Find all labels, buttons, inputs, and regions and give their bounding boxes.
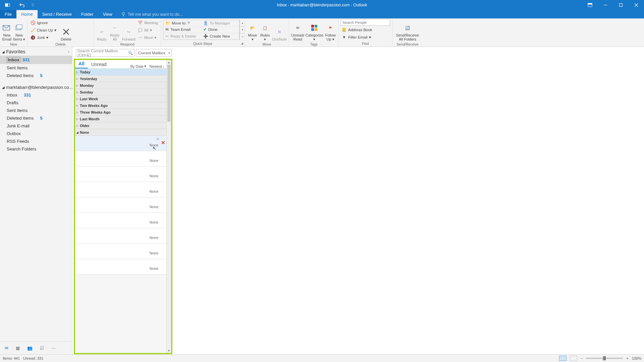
date-group-sunday[interactable]: ▷Sunday: [75, 89, 166, 96]
close-button[interactable]: [629, 0, 644, 10]
unread-read-button[interactable]: ✉Unread/ Read: [291, 19, 304, 41]
search-mailbox-input[interactable]: Search Current Mailbox (Ctrl+E) 🔍: [76, 49, 135, 57]
message-item[interactable]: None: [75, 151, 166, 167]
maximize-button[interactable]: [613, 0, 629, 10]
nav-sent[interactable]: Sent Items: [0, 107, 72, 114]
date-group-last-month[interactable]: ▷Last Month: [75, 116, 166, 122]
date-group-yesterday[interactable]: ▷Yesterday: [75, 75, 166, 82]
delete-message-icon[interactable]: ✕: [161, 140, 165, 146]
scroll-down-icon[interactable]: ▼: [167, 348, 171, 353]
nav-junk[interactable]: Junk E-mail: [0, 122, 72, 130]
view-reading-button[interactable]: [570, 356, 577, 361]
tab-send-receive[interactable]: Send / Receive: [38, 10, 76, 18]
im-button[interactable]: 💬IM ▾: [137, 27, 159, 34]
people-view-icon[interactable]: 👥: [27, 346, 33, 351]
more-views-icon[interactable]: ⋯: [51, 346, 56, 351]
nav-inbox-favorite[interactable]: Inbox 331: [0, 56, 72, 64]
view-normal-button[interactable]: [559, 356, 567, 361]
message-item[interactable]: ⚑ ✕ None ↖: [75, 136, 166, 151]
tell-me-input[interactable]: Tell me what you want to do...: [117, 10, 183, 18]
ribbon-display-options-icon[interactable]: [582, 0, 598, 10]
delete-button[interactable]: Delete: [58, 19, 74, 41]
follow-up-button[interactable]: ⚑Follow Up ▾: [324, 19, 336, 41]
zoom-out-button[interactable]: −: [581, 356, 583, 360]
nav-rss[interactable]: RSS Feeds: [0, 137, 72, 145]
zoom-slider[interactable]: [586, 358, 623, 359]
date-group-older[interactable]: ▷Older: [75, 122, 166, 129]
search-people-input[interactable]: [341, 19, 390, 26]
sort-by-button[interactable]: By Date ▾: [130, 64, 146, 68]
date-group-three-weeks[interactable]: ▷Three Weeks Ago: [75, 109, 166, 116]
message-item[interactable]: None: [75, 259, 166, 275]
clean-up-button[interactable]: 🧹Clean Up ▾: [30, 27, 57, 34]
scroll-thumb[interactable]: [167, 65, 170, 122]
tab-file[interactable]: File: [0, 10, 16, 18]
filter-all-tab[interactable]: All: [75, 60, 88, 68]
qs-create-new[interactable]: ➕Create New: [201, 33, 239, 40]
flag-icon[interactable]: ⚑: [156, 137, 160, 142]
message-item[interactable]: None: [75, 167, 166, 182]
search-icon[interactable]: 🔍: [128, 51, 133, 55]
reply-all-button[interactable]: ⤺Reply All: [109, 19, 121, 41]
tab-view[interactable]: View: [98, 10, 117, 18]
minimize-button[interactable]: [598, 0, 613, 10]
scroll-up-icon[interactable]: ▲: [167, 60, 171, 65]
qat-customize-icon[interactable]: [30, 0, 36, 10]
message-item[interactable]: None: [75, 228, 166, 244]
nav-inbox[interactable]: Inbox 331: [0, 91, 72, 99]
more-respond-button[interactable]: ⋯More ▾: [137, 34, 159, 41]
date-group-none[interactable]: ◢None: [75, 129, 166, 136]
date-group-monday[interactable]: ▷Monday: [75, 82, 166, 89]
rules-button[interactable]: 📋Rules▾: [259, 19, 270, 41]
qs-done[interactable]: ✔Done: [201, 26, 239, 33]
filter-unread-tab[interactable]: Unread: [88, 61, 110, 68]
calendar-view-icon[interactable]: ▦: [16, 346, 20, 351]
nav-search-folders[interactable]: Search Folders: [0, 145, 72, 153]
onenote-button[interactable]: NOneNote: [272, 19, 287, 41]
nav-deleted[interactable]: Deleted Items 5: [0, 114, 72, 122]
new-items-button[interactable]: New Items ▾: [13, 19, 25, 41]
qs-reply-delete[interactable]: ↩Reply & Delete: [163, 33, 201, 40]
message-item[interactable]: None: [75, 244, 166, 259]
tasks-view-icon[interactable]: ☑: [40, 346, 44, 351]
tab-home[interactable]: Home: [16, 10, 38, 18]
move-button[interactable]: 📂Move▾: [247, 19, 258, 41]
nav-outbox[interactable]: Outbox: [0, 130, 72, 137]
qs-team-email[interactable]: ✉Team Email: [163, 26, 201, 33]
sort-dir-button[interactable]: Newest ↓: [150, 64, 164, 68]
message-item[interactable]: None: [75, 182, 166, 197]
message-item[interactable]: None: [75, 197, 166, 213]
qs-move-to[interactable]: 📁Move to: ?: [163, 20, 201, 26]
meeting-button[interactable]: 📅Meeting: [137, 19, 159, 26]
qs-to-manager[interactable]: 👤To Manager: [201, 20, 239, 26]
zoom-in-button[interactable]: +: [626, 356, 628, 360]
date-group-last-week[interactable]: ▷Last Week: [75, 96, 166, 102]
nav-drafts[interactable]: Drafts: [0, 99, 72, 107]
tab-folder[interactable]: Folder: [76, 10, 98, 18]
message-list-scrollbar[interactable]: ▲ ▼: [166, 60, 171, 353]
ignore-button[interactable]: 🚫Ignore: [30, 19, 57, 26]
date-group-today[interactable]: ▷Today: [75, 69, 166, 75]
mail-view-icon[interactable]: ✉: [5, 346, 8, 351]
zoom-level[interactable]: 100%: [632, 356, 641, 360]
favorites-header[interactable]: ◢ Favorites ‹: [0, 47, 72, 56]
nav-sent-favorite[interactable]: Sent Items: [0, 64, 72, 72]
quicksteps-launcher-icon[interactable]: ◢: [241, 42, 243, 45]
outlook-icon[interactable]: [0, 0, 15, 10]
message-item[interactable]: None: [75, 213, 166, 228]
search-scope-dropdown[interactable]: Current Mailbox: [136, 49, 172, 57]
undo-icon[interactable]: [15, 0, 30, 10]
junk-button[interactable]: 🚯Junk ▾: [30, 34, 57, 41]
quick-steps-expand[interactable]: ▴▾▿: [239, 20, 245, 40]
reply-button[interactable]: ↩Reply: [96, 19, 108, 41]
quick-steps-gallery[interactable]: 📁Move to: ? 👤To Manager ✉Team Email ✔Don…: [163, 20, 239, 40]
account-header[interactable]: ◢ marklabarr@blenderpassion.co...: [0, 83, 72, 91]
send-receive-all-button[interactable]: 🔄Send/Receive All Folders: [394, 19, 421, 41]
collapse-pane-icon[interactable]: ‹: [68, 49, 69, 54]
forward-button[interactable]: ↪Forward: [122, 19, 136, 41]
date-group-two-weeks[interactable]: ▷Two Weeks Ago: [75, 102, 166, 109]
filter-email-button[interactable]: ▼Filter Email ▾: [341, 34, 390, 41]
nav-deleted-favorite[interactable]: Deleted Items 5: [0, 72, 72, 79]
address-book-button[interactable]: 📒Address Book: [341, 26, 390, 33]
categorize-button[interactable]: Categorize▾: [306, 19, 323, 41]
